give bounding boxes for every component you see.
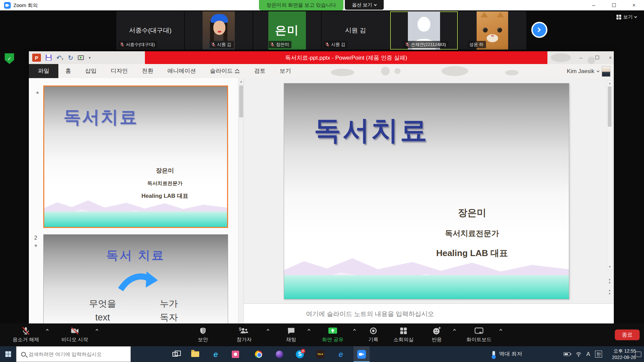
next-participants-button[interactable] bbox=[533, 23, 546, 37]
maximize-button[interactable] bbox=[610, 1, 618, 9]
zoom-taskbar-button[interactable] bbox=[354, 346, 370, 362]
share-screen-button[interactable]: 화면 공유 bbox=[316, 326, 350, 343]
shield-icon bbox=[199, 326, 207, 335]
slide2-left-textbox: 무엇을text bbox=[80, 297, 125, 323]
tab-animations[interactable]: 애니메이션 bbox=[160, 64, 203, 78]
tab-insert[interactable]: 삽입 bbox=[78, 64, 104, 78]
internet-explorer-button[interactable]: e bbox=[208, 346, 224, 362]
main-slide-canvas[interactable]: 독서치료 장은미 독서치료전문가 Healing LAB 대표 bbox=[284, 83, 569, 299]
editor-scrollbar[interactable]: ▲ ▼ bbox=[607, 80, 612, 270]
weather-widget[interactable]: 역대 최저 bbox=[492, 346, 522, 362]
slide-title-textbox[interactable]: 독서치료 bbox=[314, 113, 429, 149]
slide-teal-art bbox=[284, 275, 569, 299]
participant-tile-active: 손채연(22112483) bbox=[390, 11, 458, 50]
ime-latin-indicator[interactable]: A bbox=[586, 346, 590, 362]
slide-credits-textbox[interactable]: 장은미 독서치료전문가 Healing LAB 대표 bbox=[392, 206, 552, 259]
slide1-animation-star: ★ bbox=[36, 90, 40, 95]
thumbnail-scrollbar[interactable]: ▲ bbox=[238, 78, 244, 323]
start-button[interactable] bbox=[0, 346, 16, 362]
app-button[interactable] bbox=[271, 346, 287, 362]
powerpoint-logo-icon[interactable]: P bbox=[32, 54, 41, 62]
close-button[interactable]: × bbox=[630, 1, 638, 9]
screen: Zoom 회의 장은미의 화면을 보고 있습니다 옵션 보기 – × 서종수(대… bbox=[0, 0, 644, 362]
network-indicator[interactable] bbox=[576, 346, 582, 362]
tab-home[interactable]: 홈 bbox=[58, 64, 78, 78]
tab-design[interactable]: 디자인 bbox=[104, 64, 135, 78]
start-slideshow-icon[interactable] bbox=[78, 55, 84, 60]
taskbar-search[interactable] bbox=[16, 346, 131, 362]
scroll-down-icon[interactable]: ▼ bbox=[607, 264, 612, 269]
task-view-button[interactable] bbox=[167, 346, 183, 362]
scroll-up-icon[interactable]: ▲ bbox=[607, 80, 612, 86]
participant-tile: 시원 김 시원 김 bbox=[322, 11, 389, 50]
mute-options-chevron[interactable] bbox=[46, 329, 49, 331]
participants-options-chevron[interactable] bbox=[267, 329, 269, 331]
leave-meeting-button[interactable]: 종료 bbox=[615, 329, 640, 340]
edge-button[interactable]: e bbox=[333, 346, 349, 362]
whiteboard-icon bbox=[474, 326, 484, 335]
tab-file[interactable]: 파일 bbox=[29, 64, 58, 78]
task-view-icon bbox=[172, 352, 178, 357]
file-explorer-button[interactable] bbox=[187, 346, 203, 362]
scrollbar-thumb[interactable] bbox=[608, 86, 611, 127]
whiteboard-button[interactable]: 화이트보드 bbox=[462, 326, 496, 343]
video-options-chevron[interactable] bbox=[96, 329, 98, 331]
security-button[interactable]: 보안 bbox=[190, 326, 216, 343]
scrollbar-thumb[interactable] bbox=[239, 85, 243, 117]
start-video-button[interactable]: 비디오 시작 bbox=[56, 326, 93, 343]
chat-options-chevron[interactable] bbox=[308, 329, 310, 331]
tab-view[interactable]: 보기 bbox=[273, 64, 298, 78]
chat-button[interactable]: 채팅 bbox=[278, 326, 305, 343]
record-button[interactable]: 기록 bbox=[362, 326, 385, 343]
tab-transitions[interactable]: 전환 bbox=[135, 64, 160, 78]
chevron-right-icon bbox=[536, 27, 541, 32]
participant-tile: 서종수(대구대) 서종수(대구대) bbox=[116, 11, 184, 50]
participants-button[interactable]: 9 참가자 bbox=[227, 326, 261, 343]
notes-pane[interactable]: 여기에 슬라이드 노트의 내용을 입력하십시오 bbox=[244, 303, 614, 323]
search-input[interactable] bbox=[29, 351, 130, 357]
account-area[interactable]: Kim Jaesik bbox=[567, 66, 610, 77]
ppt-close-button[interactable]: × bbox=[605, 54, 614, 61]
undo-icon[interactable]: ↶▾ bbox=[56, 55, 63, 61]
chat-icon bbox=[287, 326, 296, 335]
tab-review[interactable]: 검토 bbox=[247, 64, 273, 78]
gallery-view-button[interactable]: 보기 bbox=[616, 13, 637, 21]
reactions-options-chevron[interactable] bbox=[453, 329, 456, 331]
reactions-button[interactable]: 반응 bbox=[423, 326, 450, 343]
redo-icon[interactable]: ↻ bbox=[68, 55, 73, 61]
save-icon[interactable] bbox=[46, 55, 52, 61]
whiteboard-options-chevron[interactable] bbox=[499, 329, 502, 331]
kakaotalk-button[interactable]: TALK bbox=[312, 346, 328, 362]
slide-thumbnail-2[interactable]: 독서 치료 무엇을text 누가독자 bbox=[43, 234, 228, 323]
chrome-button[interactable] bbox=[251, 346, 267, 362]
slide-thumbnail-1[interactable]: 독서치료 장은미 독서치료전문가 Healing LAB 대표 bbox=[43, 85, 228, 228]
tab-slideshow[interactable]: 슬라이드 쇼 bbox=[203, 64, 247, 78]
previous-slide-button[interactable]: ▲▲ bbox=[607, 278, 612, 286]
participant-display-name: 시원 김 bbox=[322, 26, 389, 35]
customize-qat-icon[interactable]: ▾ bbox=[89, 56, 91, 60]
scroll-up-icon[interactable]: ▲ bbox=[238, 79, 244, 84]
breakout-rooms-button[interactable]: 소회의실 bbox=[388, 326, 419, 343]
battery-indicator[interactable] bbox=[564, 346, 570, 362]
share-options-chevron[interactable] bbox=[353, 329, 356, 331]
unmute-button[interactable]: 음소거 해제 bbox=[7, 326, 44, 343]
clock[interactable]: 오후 12:55 2022-08-26 bbox=[607, 346, 636, 362]
minimize-button[interactable]: – bbox=[590, 1, 598, 9]
record-icon bbox=[369, 326, 378, 335]
action-center-button[interactable] bbox=[635, 346, 641, 362]
ime-korean-indicator[interactable]: 한 bbox=[595, 346, 602, 362]
zoom-icon bbox=[357, 350, 366, 359]
photos-app-button[interactable] bbox=[227, 346, 244, 362]
skype-button[interactable]: S× bbox=[292, 346, 308, 362]
next-slide-button[interactable]: ▼▼ bbox=[607, 289, 612, 297]
ppt-minimize-button[interactable]: – bbox=[576, 54, 586, 61]
chevron-down-icon bbox=[597, 69, 599, 72]
thermometer-icon bbox=[492, 351, 495, 358]
mic-muted-icon bbox=[270, 42, 275, 47]
wifi-icon bbox=[576, 352, 582, 357]
participants-count: 9 bbox=[239, 326, 241, 332]
participant-name-tag: 성윤 하 bbox=[468, 41, 486, 48]
mic-muted-icon bbox=[21, 326, 30, 335]
view-options-dropdown[interactable]: 옵션 보기 bbox=[345, 0, 384, 10]
zoom-window-title: Zoom 회의 bbox=[13, 2, 38, 9]
